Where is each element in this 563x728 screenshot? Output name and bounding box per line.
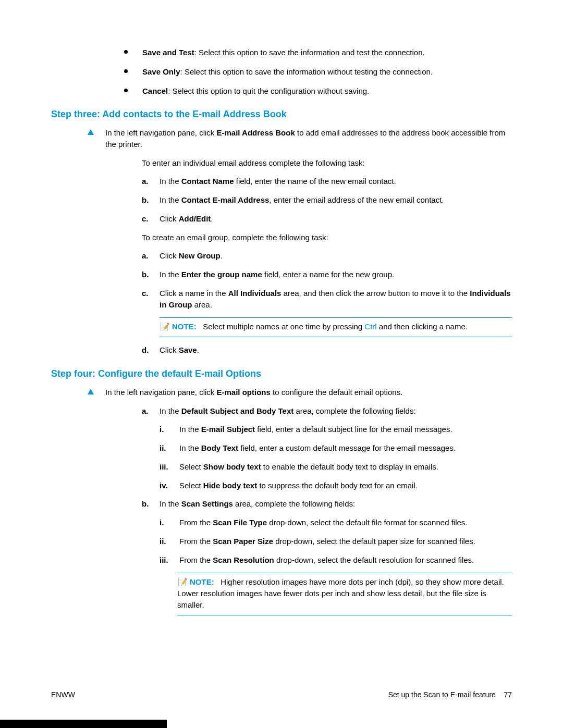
page-number: 77 — [504, 690, 512, 699]
list-item: a.In the Contact Name field, enter the n… — [142, 176, 512, 187]
note-icon: 📝 — [177, 576, 188, 588]
footer-right: Set up the Scan to E-mail feature 77 — [388, 690, 512, 699]
step-three-heading: Step three: Add contacts to the E-mail A… — [51, 109, 512, 120]
list-item: iii.From the Scan Resolution drop-down, … — [160, 554, 512, 566]
list-item: a.Click New Group. — [142, 250, 512, 262]
note-label: NOTE: — [172, 322, 197, 331]
bullet-save-test: Save and Test: Select this option to sav… — [124, 47, 512, 58]
note-callout-ctrl: 📝NOTE: Select multiple names at one time… — [160, 317, 512, 337]
note-icon: 📝 — [160, 321, 170, 332]
bullet-save-only: Save Only: Select this option to save th… — [124, 66, 512, 77]
footer-left: ENWW — [51, 690, 75, 699]
group-intro: To create an email group, complete the f… — [142, 232, 512, 243]
step-three-intro: In the left navigation pane, click E-mai… — [105, 127, 512, 150]
list-item: ii.From the Scan Paper Size drop-down, s… — [160, 536, 512, 547]
list-item: b.In the Scan Settings area, complete th… — [142, 498, 512, 510]
list-item: b.In the Enter the group name field, ent… — [142, 269, 512, 280]
bullet-text: : Select this option to quit the configu… — [168, 87, 369, 95]
list-item: c.Click a name in the All Individuals ar… — [142, 288, 512, 311]
bullet-bold: Save and Test — [142, 48, 194, 57]
bullet-icon — [124, 69, 128, 73]
note-callout-resolution: 📝NOTE: Higher resolution images have mor… — [177, 573, 512, 615]
individual-intro: To enter an individual email address com… — [142, 157, 512, 169]
list-item: i.From the Scan File Type drop-down, sel… — [160, 517, 512, 528]
list-item: a.In the Default Subject and Body Text a… — [142, 405, 512, 417]
step-four-intro: In the left navigation pane, click E-mai… — [105, 387, 402, 398]
triangle-icon — [88, 129, 94, 135]
list-item: iv.Select Hide body text to suppress the… — [160, 480, 512, 491]
triangle-icon — [88, 389, 94, 394]
options-bullet-list: Save and Test: Select this option to sav… — [124, 47, 512, 96]
list-item: b.In the Contact E-mail Address, enter t… — [142, 194, 512, 206]
list-item: d.Click Save. — [142, 344, 512, 356]
list-item: i.In the E-mail Subject field, enter a d… — [160, 424, 512, 435]
document-page: Save and Test: Select this option to sav… — [0, 0, 563, 728]
list-item: c.Click Add/Edit. — [142, 213, 512, 225]
list-item: ii.In the Body Text field, enter a custo… — [160, 442, 512, 454]
note-text: Higher resolution images have more dots … — [177, 577, 504, 609]
page-footer: ENWW Set up the Scan to E-mail feature 7… — [51, 690, 512, 699]
bullet-cancel: Cancel: Select this option to quit the c… — [124, 85, 512, 96]
bullet-icon — [124, 89, 128, 92]
bullet-bold: Cancel — [142, 87, 168, 95]
bullet-bold: Save Only — [142, 67, 180, 76]
bullet-text: : Select this option to save the informa… — [180, 67, 433, 76]
step-three-block: In the left navigation pane, click E-mai… — [88, 127, 512, 356]
note-label: NOTE: — [190, 577, 214, 586]
step-four-block: In the left navigation pane, click E-mai… — [88, 387, 512, 615]
bullet-text: : Select this option to save the informa… — [194, 48, 425, 57]
step-four-heading: Step four: Configure the default E-mail … — [51, 368, 512, 379]
list-item: iii.Select Show body text to enable the … — [160, 461, 512, 473]
redaction-bar — [0, 720, 167, 728]
ctrl-key: Ctrl — [364, 322, 376, 331]
bullet-icon — [124, 50, 128, 54]
